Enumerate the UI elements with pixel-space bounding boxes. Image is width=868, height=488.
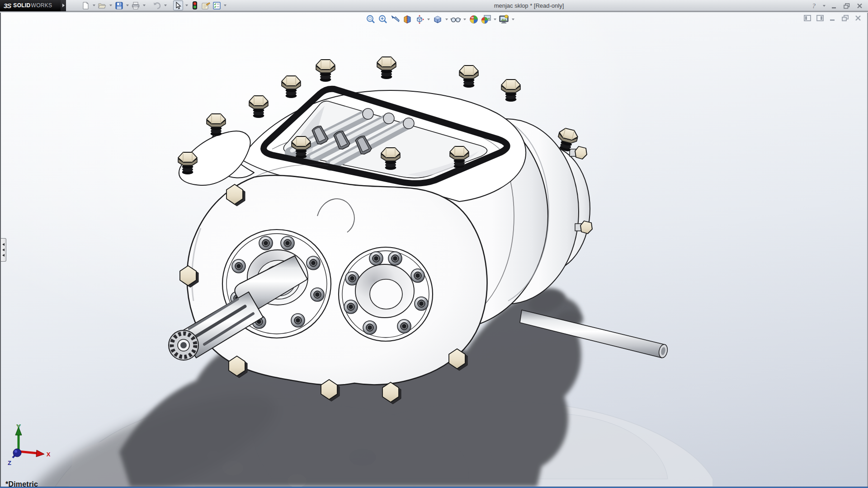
zoom-to-area-button[interactable] bbox=[377, 14, 388, 25]
close-icon bbox=[856, 3, 863, 9]
triad-y-label: Y bbox=[17, 423, 21, 430]
help-icon: ? bbox=[810, 2, 817, 10]
doc-restore-button[interactable] bbox=[841, 14, 850, 22]
close-button[interactable] bbox=[854, 1, 864, 10]
doc-minimize-button[interactable] bbox=[828, 14, 837, 22]
apply-scene-button[interactable] bbox=[481, 14, 491, 25]
hide-show-items-button[interactable] bbox=[450, 14, 461, 25]
hex-bolt[interactable] bbox=[316, 60, 335, 82]
save-button[interactable] bbox=[114, 0, 124, 10]
new-document-dropdown[interactable] bbox=[91, 0, 96, 10]
socket-screw[interactable] bbox=[369, 252, 383, 265]
select-dropdown[interactable] bbox=[184, 0, 189, 10]
graphics-viewport[interactable]: Y X Z *Dimetric bbox=[0, 13, 868, 487]
solidworks-window: 3S SOLID WORKS bbox=[0, 0, 868, 488]
view-orientation-button[interactable] bbox=[414, 14, 425, 25]
zoom-to-fit-button[interactable] bbox=[365, 14, 376, 25]
edit-appearance-button[interactable] bbox=[468, 14, 479, 25]
socket-screw[interactable] bbox=[388, 252, 402, 265]
view-settings-button[interactable] bbox=[499, 14, 509, 25]
svg-text:?: ? bbox=[812, 2, 816, 9]
file-properties-icon bbox=[202, 2, 210, 9]
socket-screw[interactable] bbox=[307, 256, 320, 270]
view-orientation-dropdown[interactable] bbox=[426, 14, 431, 25]
help-dropdown[interactable] bbox=[821, 1, 826, 11]
solidworks-logo: 3S SOLID WORKS bbox=[0, 0, 61, 11]
triad-z-label: Z bbox=[8, 460, 11, 466]
window-title: menjac sklop * [Read-only] bbox=[461, 2, 597, 9]
hex-bolt[interactable] bbox=[459, 66, 478, 88]
undo-dropdown[interactable] bbox=[163, 0, 168, 10]
document-window-controls bbox=[803, 14, 863, 22]
print-dropdown[interactable] bbox=[142, 0, 146, 10]
feature-pane-left-button[interactable] bbox=[803, 14, 812, 22]
apply-scene-dropdown[interactable] bbox=[493, 14, 497, 25]
socket-screw[interactable] bbox=[344, 300, 358, 314]
socket-screw[interactable] bbox=[232, 259, 245, 273]
restore-button[interactable] bbox=[842, 1, 852, 10]
socket-screw[interactable] bbox=[291, 314, 305, 327]
hex-bolt[interactable] bbox=[207, 114, 226, 136]
edit-appearance-sphere-icon bbox=[469, 14, 479, 24]
select-cursor-icon bbox=[175, 2, 182, 9]
open-dropdown[interactable] bbox=[108, 0, 113, 10]
gearbox-assembly[interactable] bbox=[169, 57, 669, 404]
display-style-button[interactable] bbox=[432, 14, 443, 25]
select-button[interactable] bbox=[173, 0, 183, 10]
gearbox-model-scene[interactable] bbox=[1, 13, 868, 487]
new-document-icon bbox=[82, 2, 90, 9]
socket-screw[interactable] bbox=[397, 319, 411, 333]
hex-bolt[interactable] bbox=[501, 80, 520, 102]
file-properties-button[interactable] bbox=[201, 0, 211, 10]
section-view-button[interactable] bbox=[402, 14, 413, 25]
hex-bolt[interactable] bbox=[570, 146, 587, 159]
help-button[interactable]: ? bbox=[809, 1, 819, 10]
brand-bold: SOLID bbox=[13, 2, 30, 9]
socket-screw[interactable] bbox=[311, 288, 324, 301]
zoom-to-fit-icon bbox=[366, 14, 376, 24]
socket-screw[interactable] bbox=[281, 236, 294, 250]
reference-triad: Y X Z bbox=[4, 423, 58, 469]
display-style-cube-icon bbox=[433, 14, 443, 24]
view-orientation-label: *Dimetric bbox=[5, 480, 38, 487]
socket-screw[interactable] bbox=[411, 269, 425, 282]
hex-bolt[interactable] bbox=[249, 96, 268, 118]
hide-show-items-dropdown[interactable] bbox=[462, 14, 467, 25]
menu-expander-arrow-icon[interactable] bbox=[61, 0, 66, 11]
print-icon bbox=[132, 2, 140, 9]
print-button[interactable] bbox=[131, 0, 141, 10]
new-document-button[interactable] bbox=[80, 0, 90, 10]
save-dropdown[interactable] bbox=[125, 0, 130, 10]
pane-right-icon bbox=[816, 14, 824, 22]
rebuild-button[interactable] bbox=[190, 0, 200, 10]
doc-close-button[interactable] bbox=[854, 14, 863, 22]
options-button[interactable] bbox=[212, 0, 222, 10]
heads-up-view-toolbar bbox=[365, 14, 515, 25]
view-orientation-cube-icon bbox=[415, 14, 425, 24]
minimize-icon bbox=[831, 3, 837, 9]
hex-bolt[interactable] bbox=[282, 76, 301, 98]
socket-screw[interactable] bbox=[363, 321, 377, 334]
minimize-button[interactable] bbox=[829, 1, 839, 10]
close-icon bbox=[854, 14, 862, 22]
right-bearing-boss[interactable] bbox=[339, 247, 433, 341]
view-settings-dropdown[interactable] bbox=[511, 14, 515, 25]
feature-pane-right-button[interactable] bbox=[816, 14, 825, 22]
feature-panel-collapsed-tab[interactable] bbox=[1, 238, 6, 262]
undo-button[interactable] bbox=[152, 0, 162, 10]
window-controls: ? bbox=[809, 1, 864, 11]
brand-light: WORKS bbox=[31, 2, 52, 9]
section-view-icon bbox=[402, 14, 412, 24]
socket-screw[interactable] bbox=[259, 236, 273, 250]
options-dropdown[interactable] bbox=[222, 0, 227, 10]
open-button[interactable] bbox=[97, 0, 107, 10]
previous-view-button[interactable] bbox=[390, 14, 401, 25]
display-style-dropdown[interactable] bbox=[444, 14, 449, 25]
hex-bolt[interactable] bbox=[377, 57, 396, 79]
title-bar: 3S SOLID WORKS bbox=[0, 0, 868, 12]
socket-screw[interactable] bbox=[415, 297, 428, 310]
save-icon bbox=[115, 2, 123, 9]
collapse-arrow-icon bbox=[2, 243, 5, 246]
minimize-icon bbox=[829, 14, 836, 22]
main-toolbar bbox=[80, 0, 227, 10]
